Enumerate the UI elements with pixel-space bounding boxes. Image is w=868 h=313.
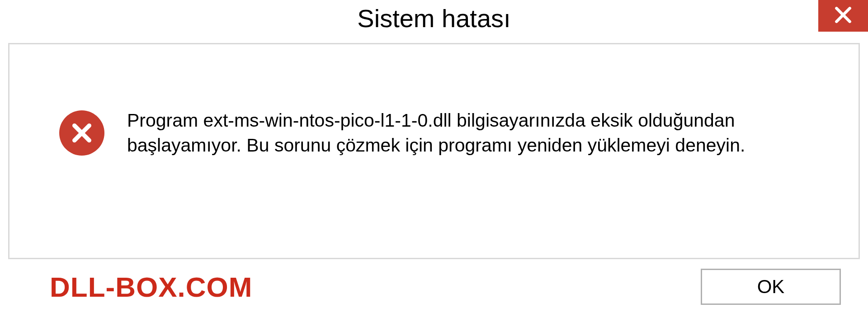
ok-button-label: OK <box>757 276 785 298</box>
close-icon <box>833 5 853 27</box>
ok-button[interactable]: OK <box>701 269 841 305</box>
error-icon <box>59 110 104 156</box>
dialog-footer: DLL-BOX.COM OK <box>0 269 868 305</box>
error-message: Program ext-ms-win-ntos-pico-l1-1-0.dll … <box>127 108 805 158</box>
dialog-content: Program ext-ms-win-ntos-pico-l1-1-0.dll … <box>8 43 860 259</box>
dialog-title: Sistem hatası <box>357 4 510 33</box>
titlebar: Sistem hatası <box>0 0 868 43</box>
watermark-text: DLL-BOX.COM <box>50 271 252 303</box>
close-button[interactable] <box>818 0 868 32</box>
